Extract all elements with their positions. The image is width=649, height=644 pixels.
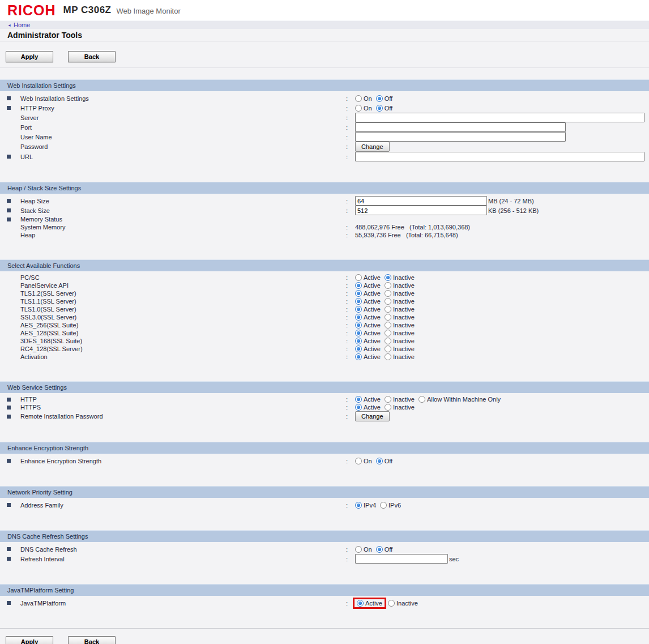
radio-option-3des-168-ssl-suite-active[interactable]: Active — [355, 338, 381, 344]
radio-option-panelservice-api-inactive[interactable]: Inactive — [385, 282, 415, 289]
radio-unselected-icon[interactable] — [355, 274, 362, 281]
radio-unselected-icon[interactable] — [385, 353, 391, 360]
radio-selected-icon[interactable] — [355, 298, 362, 305]
radio-option-rc4-128-ssl-server-inactive[interactable]: Inactive — [385, 346, 415, 352]
radio-option-dns-cache-refresh-on[interactable]: On — [355, 546, 372, 553]
radio-label: Active — [364, 322, 381, 329]
radio-unselected-icon[interactable] — [355, 546, 362, 553]
port-input[interactable] — [355, 122, 566, 132]
radio-option-http-active[interactable]: Active — [355, 396, 381, 403]
radio-option-javatmplatform-active[interactable]: Active — [353, 598, 386, 609]
setting-value: ActiveInactive — [355, 346, 649, 352]
radio-option-tls1-2-ssl-server-active[interactable]: Active — [355, 290, 381, 297]
user-name-input[interactable] — [355, 132, 566, 142]
radio-selected-icon[interactable] — [355, 314, 362, 321]
radio-option-http-allow-within-machine-only[interactable]: Allow Within Machine Only — [419, 396, 501, 403]
refresh-interval-input[interactable] — [355, 554, 448, 564]
radio-option-tls1-0-ssl-server-inactive[interactable]: Inactive — [385, 306, 415, 313]
radio-unselected-icon[interactable] — [355, 105, 362, 112]
radio-option-tls1-1-ssl-server-active[interactable]: Active — [355, 298, 381, 305]
radio-option-web-installation-settings-off[interactable]: Off — [376, 95, 392, 102]
radio-selected-icon[interactable] — [376, 546, 383, 553]
remote-installation-password-change-button[interactable]: Change — [355, 411, 390, 421]
back-button-bottom[interactable]: Back — [68, 636, 116, 644]
radio-option-enhance-encryption-strength-on[interactable]: On — [355, 458, 372, 464]
radio-unselected-icon[interactable] — [385, 338, 391, 344]
radio-option-rc4-128-ssl-server-active[interactable]: Active — [355, 346, 381, 352]
radio-option-3des-168-ssl-suite-inactive[interactable]: Inactive — [385, 338, 415, 344]
radio-selected-icon[interactable] — [355, 404, 362, 411]
radio-option-http-proxy-on[interactable]: On — [355, 105, 372, 112]
radio-selected-icon[interactable] — [355, 346, 362, 352]
radio-label: Allow Within Machine Only — [427, 396, 501, 403]
apply-button-top[interactable]: Apply — [6, 51, 53, 62]
radio-unselected-icon[interactable] — [385, 396, 391, 403]
radio-unselected-icon[interactable] — [385, 330, 391, 336]
radio-selected-icon[interactable] — [355, 290, 362, 297]
radio-selected-icon[interactable] — [355, 330, 362, 336]
radio-option-web-installation-settings-on[interactable]: On — [355, 95, 372, 102]
radio-option-pc-sc-inactive[interactable]: Inactive — [385, 274, 415, 281]
server-input[interactable] — [355, 113, 644, 122]
radio-option-tls1-2-ssl-server-inactive[interactable]: Inactive — [385, 290, 415, 297]
radio-selected-icon[interactable] — [355, 306, 362, 313]
radio-option-ssl3-0-ssl-server-active[interactable]: Active — [355, 314, 381, 321]
radio-unselected-icon[interactable] — [355, 458, 362, 464]
setting-label: AES_256(SSL Suite) — [20, 322, 346, 329]
radio-option-dns-cache-refresh-off[interactable]: Off — [376, 546, 392, 553]
app-header: RICOH MP C306Z Web Image Monitor — [0, 0, 649, 20]
radio-selected-icon[interactable] — [355, 282, 362, 289]
radio-unselected-icon[interactable] — [385, 282, 391, 289]
bullet-cell — [0, 547, 20, 551]
radio-unselected-icon[interactable] — [385, 346, 391, 352]
radio-unselected-icon[interactable] — [385, 314, 391, 321]
apply-button-bottom[interactable]: Apply — [6, 636, 53, 644]
radio-option-address-family-ipv4[interactable]: IPv4 — [355, 502, 376, 509]
back-button-top[interactable]: Back — [68, 51, 116, 62]
radio-option-activation-inactive[interactable]: Inactive — [385, 353, 415, 360]
radio-option-aes-256-ssl-suite-active[interactable]: Active — [355, 322, 381, 329]
radio-label: Active — [364, 396, 381, 403]
radio-unselected-icon[interactable] — [388, 600, 395, 607]
radio-selected-icon[interactable] — [376, 105, 383, 112]
radio-option-address-family-ipv6[interactable]: IPv6 — [380, 502, 401, 509]
radio-option-tls1-0-ssl-server-active[interactable]: Active — [355, 306, 381, 313]
radio-option-panelservice-api-active[interactable]: Active — [355, 282, 381, 289]
radio-option-javatmplatform-inactive[interactable]: Inactive — [388, 600, 418, 607]
radio-unselected-icon[interactable] — [355, 95, 362, 102]
radio-selected-icon[interactable] — [376, 95, 383, 102]
radio-option-http-inactive[interactable]: Inactive — [385, 396, 415, 403]
heap-size-input[interactable] — [355, 196, 487, 206]
radio-unselected-icon[interactable] — [385, 404, 391, 411]
radio-option-https-inactive[interactable]: Inactive — [385, 404, 415, 411]
radio-option-aes-128-ssl-suite-active[interactable]: Active — [355, 330, 381, 336]
radio-selected-icon[interactable] — [355, 353, 362, 360]
radio-option-pc-sc-active[interactable]: Active — [355, 274, 381, 281]
radio-option-enhance-encryption-strength-off[interactable]: Off — [376, 458, 392, 464]
radio-unselected-icon[interactable] — [385, 322, 391, 329]
url-input[interactable] — [355, 152, 644, 161]
radio-option-ssl3-0-ssl-server-inactive[interactable]: Inactive — [385, 314, 415, 321]
radio-selected-icon[interactable] — [376, 458, 383, 464]
radio-option-https-active[interactable]: Active — [355, 404, 381, 411]
radio-option-activation-active[interactable]: Active — [355, 353, 381, 360]
radio-unselected-icon[interactable] — [385, 298, 391, 305]
section-body: DNS Cache Refresh:OnOffRefresh Interval:… — [0, 542, 649, 567]
radio-selected-icon[interactable] — [355, 396, 362, 403]
radio-unselected-icon[interactable] — [419, 396, 425, 403]
radio-option-http-proxy-off[interactable]: Off — [376, 105, 392, 112]
stack-size-input[interactable] — [355, 206, 487, 215]
radio-option-aes-256-ssl-suite-inactive[interactable]: Inactive — [385, 322, 415, 329]
radio-selected-icon[interactable] — [385, 274, 391, 281]
radio-option-aes-128-ssl-suite-inactive[interactable]: Inactive — [385, 330, 415, 336]
radio-unselected-icon[interactable] — [385, 290, 391, 297]
radio-selected-icon[interactable] — [355, 502, 362, 509]
radio-selected-icon[interactable] — [355, 322, 362, 329]
radio-unselected-icon[interactable] — [385, 306, 391, 313]
password-change-button[interactable]: Change — [355, 142, 390, 152]
radio-selected-icon[interactable] — [355, 338, 362, 344]
radio-option-tls1-1-ssl-server-inactive[interactable]: Inactive — [385, 298, 415, 305]
breadcrumb-home-link[interactable]: Home — [14, 22, 30, 28]
radio-unselected-icon[interactable] — [380, 502, 387, 509]
radio-selected-icon[interactable] — [357, 600, 364, 607]
